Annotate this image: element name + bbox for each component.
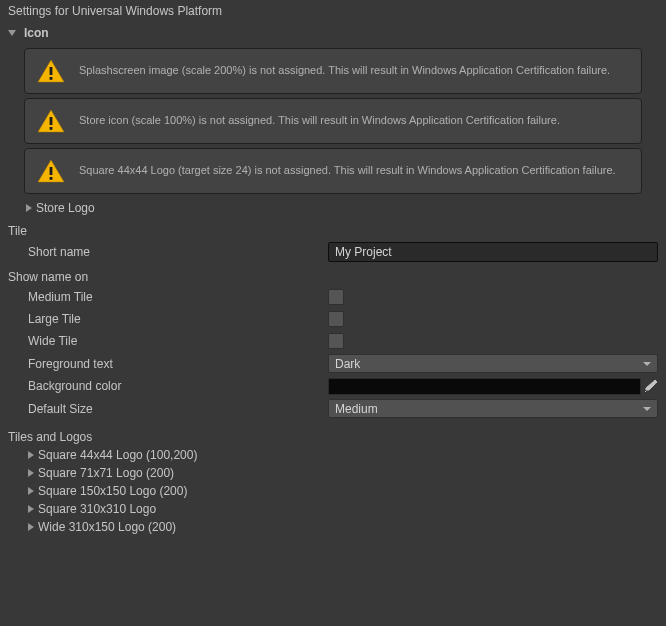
warning-text: Square 44x44 Logo (target size 24) is no… [79, 163, 616, 178]
svg-rect-3 [50, 127, 53, 130]
warning-text: Store icon (scale 100%) is not assigned.… [79, 113, 560, 128]
icon-section-label: Icon [24, 26, 49, 40]
svg-rect-0 [50, 67, 53, 75]
logo-foldout[interactable]: Square 71x71 Logo (200) [0, 464, 666, 482]
logo-foldout[interactable]: Square 44x44 Logo (100,200) [0, 446, 666, 464]
warning-message: Store icon (scale 100%) is not assigned.… [24, 98, 642, 144]
logo-foldout[interactable]: Square 150x150 Logo (200) [0, 482, 666, 500]
default-size-value: Medium [335, 402, 378, 416]
svg-rect-5 [50, 177, 53, 180]
icon-section-header[interactable]: Icon [0, 22, 666, 44]
background-color-swatch[interactable] [328, 378, 641, 395]
large-tile-label: Large Tile [8, 312, 328, 326]
short-name-label: Short name [8, 245, 328, 259]
warning-icon [37, 109, 65, 133]
store-logo-foldout[interactable]: Store Logo [0, 198, 666, 218]
medium-tile-checkbox[interactable] [328, 289, 344, 305]
background-color-label: Background color [8, 379, 328, 393]
medium-tile-label: Medium Tile [8, 290, 328, 304]
chevron-right-icon [28, 523, 34, 531]
chevron-right-icon [26, 204, 32, 212]
logo-label: Square 71x71 Logo (200) [38, 466, 174, 480]
store-logo-label: Store Logo [36, 201, 95, 215]
warning-text: Splashscreen image (scale 200%) is not a… [79, 63, 610, 78]
default-size-label: Default Size [8, 402, 328, 416]
page-title: Settings for Universal Windows Platform [0, 0, 666, 22]
foreground-text-label: Foreground text [8, 357, 328, 371]
warning-message: Splashscreen image (scale 200%) is not a… [24, 48, 642, 94]
warning-icon [37, 59, 65, 83]
logo-label: Wide 310x150 Logo (200) [38, 520, 176, 534]
logo-foldout[interactable]: Square 310x310 Logo [0, 500, 666, 518]
foreground-text-select[interactable]: Dark [328, 354, 658, 373]
svg-rect-2 [50, 117, 53, 125]
svg-rect-4 [50, 167, 53, 175]
chevron-down-icon [8, 30, 16, 36]
logo-foldout[interactable]: Wide 310x150 Logo (200) [0, 518, 666, 536]
wide-tile-checkbox[interactable] [328, 333, 344, 349]
foreground-text-value: Dark [335, 357, 360, 371]
logo-label: Square 310x310 Logo [38, 502, 156, 516]
eyedropper-icon[interactable] [644, 379, 658, 393]
tile-section-header: Tile [0, 218, 666, 240]
default-size-select[interactable]: Medium [328, 399, 658, 418]
svg-rect-1 [50, 77, 53, 80]
logo-label: Square 150x150 Logo (200) [38, 484, 187, 498]
tiles-and-logos-header: Tiles and Logos [0, 420, 666, 446]
short-name-input[interactable] [328, 242, 658, 262]
logo-label: Square 44x44 Logo (100,200) [38, 448, 197, 462]
chevron-right-icon [28, 505, 34, 513]
chevron-right-icon [28, 469, 34, 477]
wide-tile-label: Wide Tile [8, 334, 328, 348]
large-tile-checkbox[interactable] [328, 311, 344, 327]
warning-message: Square 44x44 Logo (target size 24) is no… [24, 148, 642, 194]
show-name-on-label: Show name on [0, 264, 666, 286]
warning-icon [37, 159, 65, 183]
chevron-right-icon [28, 487, 34, 495]
chevron-right-icon [28, 451, 34, 459]
